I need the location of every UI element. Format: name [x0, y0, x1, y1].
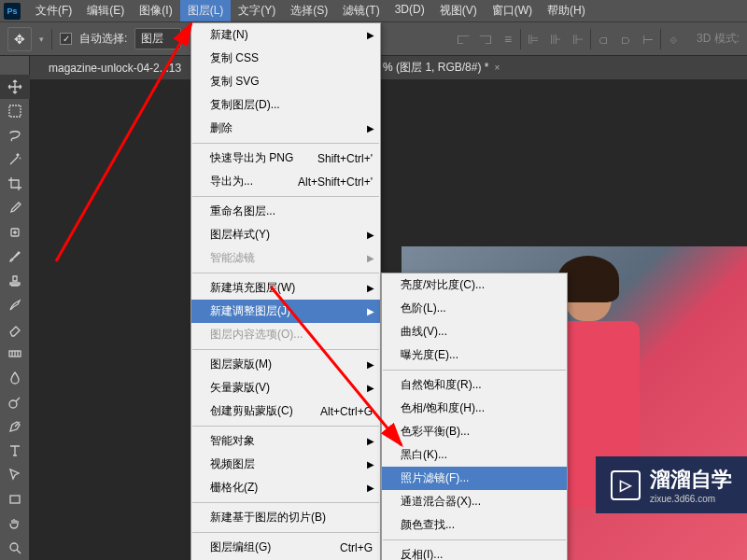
menu-row[interactable]: 色相/饱和度(H)...: [382, 397, 567, 420]
menu-row[interactable]: 照片滤镜(F)...: [382, 467, 567, 490]
align-btn[interactable]: ⟐: [663, 29, 684, 49]
menu-row[interactable]: 矢量蒙版(V)▶: [191, 376, 380, 399]
magic-wand-tool[interactable]: [0, 147, 30, 172]
stamp-tool[interactable]: [0, 269, 30, 293]
submenu-arrow-icon: ▶: [367, 253, 374, 263]
crop-tool[interactable]: [0, 172, 30, 196]
zoom-tool[interactable]: [0, 536, 30, 560]
menu-item[interactable]: 选择(S): [283, 0, 335, 21]
brush-tool[interactable]: [0, 245, 30, 269]
menu-item[interactable]: 视图(V): [432, 0, 485, 21]
menu-separator: [192, 502, 379, 503]
gradient-tool[interactable]: [0, 342, 30, 366]
document-tab[interactable]: magazine-unlock-04-2. .13: [41, 62, 189, 75]
align-btn[interactable]: ⊫: [523, 29, 543, 49]
move-tool[interactable]: [0, 75, 30, 99]
menu-row[interactable]: 删除▶: [191, 117, 380, 140]
play-icon: ▷: [611, 470, 641, 500]
history-brush-tool[interactable]: [0, 293, 30, 317]
menu-shortcut: Alt+Shift+Ctrl+': [279, 175, 373, 189]
menu-separator: [383, 539, 566, 540]
menu-item[interactable]: 文件(F): [28, 0, 79, 21]
rectangle-tool[interactable]: [0, 487, 30, 511]
menu-label: 栅格化(Z): [210, 480, 258, 496]
menu-separator: [192, 426, 379, 427]
menu-label: 亮度/对比度(C)...: [401, 277, 485, 293]
menu-label: 色彩平衡(B)...: [401, 424, 470, 440]
menu-row[interactable]: 新建填充图层(W)▶: [191, 276, 380, 300]
svg-rect-0: [9, 105, 21, 117]
menu-row[interactable]: 智能对象▶: [191, 429, 380, 453]
menu-label: 智能对象: [210, 433, 255, 449]
submenu-arrow-icon: ▶: [367, 483, 374, 493]
menu-separator: [192, 273, 379, 273]
auto-select-checkbox[interactable]: ✓: [60, 33, 72, 45]
menu-row[interactable]: 颜色查找...: [382, 513, 567, 537]
menu-label: 新建(N): [210, 27, 248, 43]
align-btn[interactable]: ⫏: [593, 29, 613, 49]
menu-row[interactable]: 复制图层(D)...: [191, 93, 380, 117]
dodge-tool[interactable]: [0, 390, 30, 414]
menu-row[interactable]: 新建调整图层(J)▶: [191, 300, 380, 323]
eyedropper-tool[interactable]: [0, 196, 30, 220]
menu-item[interactable]: 图层(L): [180, 0, 232, 21]
menu-row[interactable]: 亮度/对比度(C)...: [382, 273, 567, 297]
app-logo: Ps: [4, 3, 21, 20]
menu-item[interactable]: 3D(D): [388, 0, 432, 21]
menu-row[interactable]: 色阶(L)...: [382, 297, 567, 320]
menu-row[interactable]: 图层样式(Y)▶: [191, 223, 380, 246]
adjustment-layer-submenu: 亮度/对比度(C)...色阶(L)...曲线(V)...曝光度(E)...自然饱…: [381, 273, 568, 560]
submenu-arrow-icon: ▶: [367, 459, 374, 469]
lasso-tool[interactable]: [0, 123, 30, 147]
menu-item[interactable]: 编辑(E): [79, 0, 132, 21]
menu-item[interactable]: 图像(I): [132, 0, 179, 21]
move-tool-icon[interactable]: ✥: [7, 27, 32, 51]
layer-dropdown[interactable]: 图层: [134, 28, 181, 49]
healing-tool[interactable]: [0, 220, 30, 245]
close-icon[interactable]: ×: [494, 63, 500, 73]
type-tool[interactable]: [0, 439, 30, 463]
menu-row[interactable]: 色彩平衡(B)...: [382, 420, 567, 443]
menu-row[interactable]: 图层蒙版(M)▶: [191, 353, 380, 376]
menu-item[interactable]: 文字(Y): [231, 0, 283, 21]
menu-item[interactable]: 滤镜(T): [335, 0, 387, 21]
menu-row[interactable]: 新建(N)▶: [191, 23, 380, 47]
menu-row[interactable]: 导出为...Alt+Shift+Ctrl+': [191, 170, 380, 193]
menu-row[interactable]: 创建剪贴蒙版(C)Alt+Ctrl+G: [191, 399, 380, 423]
menu-label: 色相/饱和度(H)...: [401, 400, 485, 416]
eraser-tool[interactable]: [0, 317, 30, 342]
hand-tool[interactable]: [0, 511, 30, 536]
menu-label: 复制 CSS: [210, 50, 259, 66]
menu-item[interactable]: 窗口(W): [485, 0, 540, 21]
menu-row[interactable]: 通道混合器(X)...: [382, 490, 567, 513]
marquee-tool[interactable]: [0, 99, 30, 123]
align-btn[interactable]: ⫍: [453, 29, 473, 49]
menu-row[interactable]: 复制 SVG: [191, 70, 380, 93]
align-btn[interactable]: ⊩: [568, 29, 588, 49]
menu-row[interactable]: 视频图层▶: [191, 453, 380, 476]
menu-row[interactable]: 曲线(V)...: [382, 320, 567, 343]
menu-separator: [192, 532, 379, 533]
document-tab[interactable]: % (图层 1, RGB/8#) * ×: [375, 60, 507, 76]
menu-row[interactable]: 反相(I)...: [382, 543, 567, 560]
menu-row[interactable]: 新建基于图层的切片(B): [191, 506, 380, 529]
menu-row[interactable]: 自然饱和度(R)...: [382, 373, 567, 397]
menu-row[interactable]: 图层编组(G)Ctrl+G: [191, 536, 380, 559]
menu-row[interactable]: 复制 CSS: [191, 47, 380, 70]
menubar: Ps 文件(F)编辑(E)图像(I)图层(L)文字(Y)选择(S)滤镜(T)3D…: [0, 0, 747, 22]
align-btn[interactable]: ≡: [498, 29, 518, 49]
menu-label: 复制 SVG: [210, 74, 260, 90]
menu-row[interactable]: 黑白(K)...: [382, 443, 567, 467]
menu-row[interactable]: 曝光度(E)...: [382, 343, 567, 367]
menu-row[interactable]: 快速导出为 PNGShift+Ctrl+': [191, 147, 380, 170]
pen-tool[interactable]: [0, 414, 30, 439]
menu-item[interactable]: 帮助(H): [540, 0, 593, 21]
align-btn[interactable]: ⊢: [638, 29, 658, 49]
align-btn[interactable]: ⫐: [615, 29, 636, 49]
menu-row[interactable]: 重命名图层...: [191, 200, 380, 223]
blur-tool[interactable]: [0, 366, 30, 390]
menu-row[interactable]: 栅格化(Z)▶: [191, 476, 380, 499]
align-btn[interactable]: ⫎: [475, 29, 496, 49]
path-selection-tool[interactable]: [0, 463, 30, 487]
align-btn[interactable]: ⊪: [545, 29, 566, 49]
